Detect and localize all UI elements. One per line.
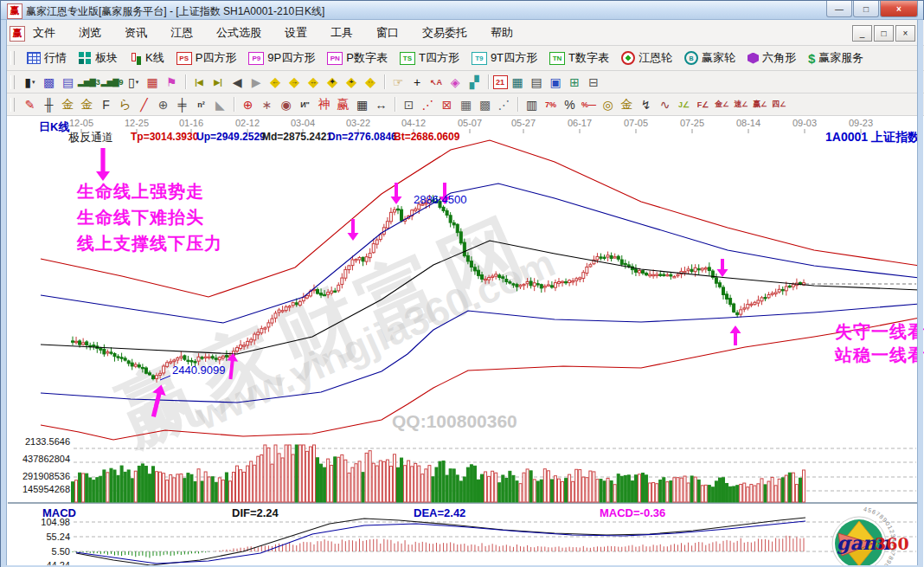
toolbar-button-quotes[interactable]: 行情 <box>22 48 72 68</box>
draw-tool-number-grid[interactable]: ▦ <box>353 96 371 113</box>
draw-tool-percent[interactable]: % <box>561 96 579 113</box>
toolbar-button-sectors[interactable]: 板块 <box>74 48 123 68</box>
draw-tool-lightning-line[interactable]: ↯ <box>637 96 655 113</box>
draw-tool-grid-c[interactable]: ▩ <box>476 96 494 113</box>
toolbar-button-kline[interactable]: K线 <box>125 48 170 68</box>
tool-pointer-label[interactable]: ↖A <box>427 74 446 91</box>
tool-candle-type[interactable]: ▯▾ <box>125 74 143 91</box>
tool-compress-x[interactable]: ◆ <box>324 74 342 91</box>
draw-tool-angle-speed[interactable]: 速∠ <box>732 96 750 113</box>
mdi-close-button[interactable]: × <box>895 25 915 42</box>
tool-flag-mark[interactable]: ⚑ <box>163 74 181 91</box>
draw-tool-n-square[interactable]: n² <box>192 96 210 113</box>
tool-gann-grid[interactable]: ▦ <box>144 74 162 91</box>
tool-mosaic[interactable]: ▞ <box>465 74 484 91</box>
tool-expand-x[interactable]: ◆ <box>305 74 323 91</box>
tool-screenshot[interactable]: ⊞ <box>566 74 584 91</box>
tool-calendar[interactable]: 21 <box>493 75 508 89</box>
draw-tool-golden-ratio[interactable]: 金 <box>59 96 77 113</box>
tool-gann-flower[interactable]: ◈ <box>446 74 465 91</box>
toolbar-button-p-number-table[interactable]: PNP数字表 <box>322 48 393 68</box>
draw-tool-percent-line[interactable]: %— <box>580 96 598 113</box>
toolbar-button-9p-square[interactable]: P99P四方形 <box>243 48 320 68</box>
tool-nav-last[interactable]: ▶| <box>209 74 228 91</box>
draw-tool-gann-clock[interactable]: ⊕ <box>154 96 172 113</box>
menu-item-trade-order[interactable]: 交易委托 <box>422 25 467 41</box>
draw-tool-spiral[interactable]: ら <box>116 96 134 113</box>
tool-zoom-all[interactable]: ◆ <box>343 74 361 91</box>
tool-kline-3[interactable]: ▂▅▇3 <box>78 74 100 91</box>
menu-item-file[interactable]: 文件 <box>33 25 55 41</box>
draw-tool-angle-4[interactable]: 四∠ <box>770 96 788 113</box>
draw-tool-mirror[interactable]: ◣ <box>211 96 229 113</box>
toolbar-button-9t-square[interactable]: T99T四方形 <box>466 48 542 68</box>
draw-tool-angle-win[interactable]: 赢∠ <box>751 96 769 113</box>
menu-item-help[interactable]: 帮助 <box>491 25 513 41</box>
draw-tool-draw-brush[interactable]: ✎ <box>21 96 39 113</box>
chart-area[interactable]: 赢家财富网 www.yingjia360.com QQ:100800360 45… <box>1 116 924 567</box>
draw-tool-golden-circle[interactable]: ◎ <box>599 96 617 113</box>
tool-kline-9[interactable]: ▂▅▇9 <box>101 74 124 91</box>
mdi-restore-button[interactable]: □ <box>874 25 894 42</box>
tool-nav-first[interactable]: |◀ <box>190 74 209 91</box>
draw-tool-star-rays[interactable]: ∗ <box>258 96 276 113</box>
tool-save[interactable]: ▣ <box>547 74 565 91</box>
draw-tool-box-tool[interactable]: ⊡ <box>400 96 418 113</box>
draw-tool-shade-box[interactable]: ⊠ <box>438 96 456 113</box>
draw-tool-scale-ruler[interactable]: ▥ <box>523 96 541 113</box>
draw-tool-win-tool[interactable]: 赢 <box>334 96 352 113</box>
draw-tool-wave-line[interactable]: ∿ <box>656 96 674 113</box>
draw-tool-golden-ratio-2[interactable]: 金 <box>78 96 96 113</box>
tool-crosshair[interactable]: + <box>408 74 427 91</box>
tool-restore-x[interactable]: ◆ <box>362 74 380 91</box>
menu-item-news[interactable]: 资讯 <box>125 25 147 41</box>
toolbar-button-winner-wheel[interactable]: B赢家轮 <box>679 48 741 68</box>
tool-kline-style[interactable]: ▮▾ <box>21 74 39 91</box>
draw-tool-draw-pen[interactable]: ╱ <box>135 96 153 113</box>
menu-item-window[interactable]: 窗口 <box>376 25 399 41</box>
macd-scale-label: 55.24 <box>4 532 70 542</box>
toolbar-button-t-square[interactable]: TST四方形 <box>395 48 465 68</box>
close-button[interactable]: × <box>880 1 918 17</box>
toolbar-button-t-number-table[interactable]: TNT数字表 <box>544 48 614 68</box>
draw-tool-magic-tool[interactable]: 神 <box>315 96 333 113</box>
tool-info-view[interactable]: ▤ <box>59 74 77 91</box>
tool-nav-next[interactable]: ▶ <box>247 74 266 91</box>
menu-item-formula-stock-pick[interactable]: 公式选股 <box>216 25 261 41</box>
tool-shift-left[interactable]: ◆ <box>266 74 285 91</box>
menu-item-gann[interactable]: 江恩 <box>170 25 193 41</box>
draw-tool-circle-square[interactable]: ◉ <box>277 96 295 113</box>
minimize-button[interactable]: — <box>826 1 852 17</box>
tool-print[interactable]: ⊟ <box>585 74 603 91</box>
restore-button[interactable]: □ <box>853 1 879 17</box>
tool-calculator[interactable]: ▦ <box>509 74 527 91</box>
menu-item-settings[interactable]: 设置 <box>285 25 307 41</box>
draw-tool-angle-gold[interactable]: 金∠ <box>713 96 731 113</box>
tool-notepad[interactable]: ▤ <box>528 74 546 91</box>
tool-nav-prev[interactable]: ◀ <box>228 74 247 91</box>
draw-tool-gann-line[interactable]: ╫ <box>40 96 58 113</box>
draw-tool-golden-line[interactable]: 金 <box>618 96 636 113</box>
tool-window-combine[interactable]: ▩ <box>40 74 58 91</box>
draw-tool-grid-b[interactable]: ▦ <box>457 96 475 113</box>
draw-tool-percent-7[interactable]: 7% <box>542 96 560 113</box>
draw-tool-grid-line[interactable]: ╪ <box>173 96 191 113</box>
draw-tool-wave-count[interactable]: И" <box>296 96 314 113</box>
menu-item-browse[interactable]: 浏览 <box>79 25 101 41</box>
tool-shift-right[interactable]: ◆ <box>286 74 304 91</box>
toolbar-button-p-square[interactable]: PSP四方形 <box>171 48 242 68</box>
toolbar-button-winner-service[interactable]: $赢家服务 <box>803 48 869 68</box>
tool-hand-tool[interactable]: ☞ <box>389 74 407 91</box>
draw-tool-angle-f[interactable]: F∠ <box>694 96 712 113</box>
toolbar-button-gann-wheel[interactable]: 江恩轮 <box>616 48 677 68</box>
menu-item-tools[interactable]: 工具 <box>330 25 353 41</box>
draw-tool-parallel-lines[interactable]: ⋰ <box>495 96 513 113</box>
draw-tool-fibonacci[interactable]: F <box>97 96 115 113</box>
draw-tool-target-circle[interactable]: ⊕ <box>239 96 257 113</box>
indicator-name[interactable]: 极反通道 <box>68 130 113 145</box>
draw-tool-width-measure[interactable]: ↔ <box>372 96 390 113</box>
draw-tool-angle-j[interactable]: J∠ <box>675 96 693 113</box>
draw-tool-fan-lines[interactable]: ⋰ <box>419 96 437 113</box>
mdi-minimize-button[interactable]: _ <box>852 25 872 42</box>
toolbar-button-hexagon[interactable]: 六角形 <box>742 48 801 68</box>
